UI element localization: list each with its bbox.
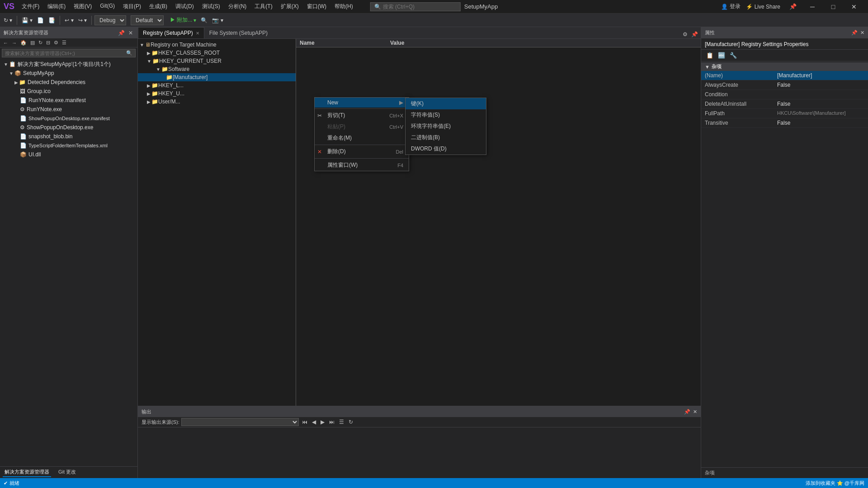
tree-ui-dll[interactable]: 📦 UI.dll	[0, 150, 137, 159]
prop-row-condition[interactable]: Condition	[701, 90, 868, 99]
prop-alphabetical-btn[interactable]: 🔤	[717, 52, 726, 59]
reg-manufacturer[interactable]: 📁 [Manufacturer]	[138, 73, 296, 81]
se-more-icon[interactable]: ☰	[61, 39, 68, 46]
se-back-icon[interactable]: ←	[2, 40, 9, 46]
prop-row-name[interactable]: (Name) [Manufacturer]	[701, 71, 868, 80]
tree-group-ico[interactable]: 🖼 Group.ico	[0, 87, 137, 96]
save-group[interactable]: 💾 ▾	[20, 16, 34, 24]
tree-detected-deps[interactable]: ▶ 📁 Detected Dependencies	[0, 78, 137, 87]
menu-git[interactable]: Git(G)	[96, 2, 118, 11]
menu-file[interactable]: 文件(F)	[18, 2, 43, 11]
output-source-select[interactable]	[181, 418, 299, 426]
tree-typescript[interactable]: 📄 TypeScriptFolderItemTemplates.xml	[0, 141, 137, 150]
tree-project[interactable]: ▼ 📦 SetupMyApp	[0, 69, 137, 78]
tree-showpopup-manifest[interactable]: 📄 ShowPopupOnDesktop.exe.manifest	[0, 114, 137, 123]
se-forward-icon[interactable]: →	[10, 40, 18, 46]
run-dropdown[interactable]: ▾	[193, 17, 196, 23]
tab-git-changes[interactable]: Git 更改	[57, 468, 78, 477]
output-close-icon[interactable]: ✕	[693, 409, 697, 415]
output-btn-4[interactable]: ⏭	[328, 418, 336, 426]
se-search-box[interactable]: 🔍	[2, 49, 136, 57]
menu-test[interactable]: 测试(S)	[198, 2, 224, 11]
submenu-binary[interactable]: 二进制值(B)	[406, 132, 486, 143]
debug-config-dropdown[interactable]: Debug	[94, 15, 126, 25]
output-btn-3[interactable]: ▶	[319, 418, 326, 426]
prop-row-fullpath[interactable]: FullPath HKCU\Software\[Manufacturer]	[701, 109, 868, 118]
reg-software[interactable]: ▼ 📁 Software	[138, 65, 296, 73]
se-home-icon[interactable]: 🏠	[19, 39, 28, 46]
camera-button[interactable]: 📷 ▾	[210, 16, 225, 24]
more-save[interactable]: 📑	[47, 16, 57, 24]
prop-row-delete-at-uninstall[interactable]: DeleteAtUninstall False	[701, 99, 868, 109]
se-filter-icon[interactable]: ▤	[29, 39, 36, 46]
run-button[interactable]: ▶ 附加... ▾	[168, 15, 198, 25]
menu-debug[interactable]: 调试(D)	[172, 2, 198, 11]
reg-user-machine[interactable]: ▶ 📁 User/M...	[138, 98, 296, 106]
menu-extensions[interactable]: 扩展(X)	[277, 2, 302, 11]
se-settings-icon[interactable]: ⚙	[52, 39, 60, 46]
reg-current-user[interactable]: ▼ 📁 HKEY_CURRENT_USER	[138, 57, 296, 65]
tab-solution-explorer[interactable]: 解决方案资源管理器	[3, 468, 51, 477]
menu-tools[interactable]: 工具(T)	[251, 2, 276, 11]
reg-hkey-local[interactable]: ▶ 📁 HKEY_L...	[138, 81, 296, 89]
restore-button[interactable]: □	[823, 0, 844, 14]
menu-edit[interactable]: 编辑(E)	[44, 2, 69, 11]
ctx-new[interactable]: New ▶ 键(K) 字符串值(S) 环境字符串值(E) 二进制值(B) DWO…	[315, 98, 409, 108]
prop-row-transitive[interactable]: Transitive False	[701, 118, 868, 128]
menu-project[interactable]: 项目(P)	[119, 2, 145, 11]
prop-categories-btn[interactable]: 📋	[705, 52, 715, 59]
minimize-button[interactable]: ─	[802, 0, 823, 14]
menu-analyze[interactable]: 分析(N)	[225, 2, 250, 11]
tree-showpopup-exe[interactable]: ⚙ ShowPopupOnDesktop.exe	[0, 123, 137, 132]
menu-help[interactable]: 帮助(H)	[331, 2, 357, 11]
prop-close-icon[interactable]: ✕	[860, 30, 864, 36]
submenu-env-string[interactable]: 环境字符串值(E)	[406, 121, 486, 132]
dropdown-icon[interactable]: ▾	[9, 17, 12, 23]
submenu-string-value[interactable]: 字符串值(S)	[406, 109, 486, 121]
pin-window-icon[interactable]: 📌	[117, 29, 126, 37]
platform-dropdown[interactable]: Default	[131, 15, 164, 25]
prop-section-collapse[interactable]: ▼	[705, 64, 710, 70]
prop-settings-btn[interactable]: 🔧	[728, 52, 738, 59]
tree-runymanifest[interactable]: 📄 RunYNote.exe.manifest	[0, 96, 137, 105]
tree-runyexe[interactable]: ⚙ RunYNote.exe	[0, 105, 137, 114]
registry-tab-close[interactable]: ✕	[196, 31, 199, 36]
output-btn-2[interactable]: ◀	[311, 418, 317, 426]
close-button[interactable]: ✕	[844, 0, 864, 14]
tree-snapshot[interactable]: 📄 snapshot_blob.bin	[0, 132, 137, 141]
menu-build[interactable]: 生成(B)	[146, 2, 171, 11]
ctx-cut[interactable]: ✂ 剪切(T) Ctrl+X	[315, 110, 409, 121]
filesystem-tab[interactable]: File System (SetupAPP)	[204, 27, 273, 38]
se-refresh-icon[interactable]: ↻	[37, 39, 44, 46]
login-button[interactable]: 👤 登录	[721, 3, 741, 10]
refresh-icon[interactable]: ↻	[4, 17, 8, 23]
reg-classes-root[interactable]: ▶ 📁 HKEY_CLASSES_ROOT	[138, 49, 296, 57]
redo-button[interactable]: ↪ ▾	[76, 16, 89, 24]
undo-button[interactable]: ↩ ▾	[63, 16, 75, 24]
file-buttons[interactable]: 📄	[35, 16, 46, 24]
submenu-key[interactable]: 键(K)	[406, 98, 486, 109]
pin-tab-icon[interactable]: 📌	[690, 30, 699, 38]
menu-window[interactable]: 窗口(W)	[303, 2, 330, 11]
submenu-dword[interactable]: DWORD 值(D)	[406, 143, 486, 155]
reg-hkey-users[interactable]: ▶ 📁 HKEY_U...	[138, 89, 296, 98]
registry-tab[interactable]: Registry (SetupAPP) ✕	[138, 27, 204, 38]
se-search-input[interactable]	[5, 51, 126, 56]
menu-view[interactable]: 视图(V)	[70, 2, 95, 11]
output-btn-1[interactable]: ⏮	[301, 418, 309, 426]
ctx-properties[interactable]: 属性窗口(W) F4	[315, 160, 409, 171]
pin-icon[interactable]: 📌	[789, 3, 797, 10]
prop-pin-icon[interactable]: 📌	[851, 30, 858, 36]
search-box[interactable]: 🔍	[370, 2, 461, 11]
output-btn-6[interactable]: ↻	[347, 418, 354, 426]
search-input[interactable]	[383, 4, 455, 10]
reg-root[interactable]: ▼ 🖥 Registry on Target Machine	[138, 41, 296, 49]
settings-tab-icon[interactable]: ⚙	[682, 30, 689, 38]
output-pin-icon[interactable]: 📌	[684, 409, 690, 415]
ctx-delete[interactable]: ✕ 删除(D) Del	[315, 146, 409, 157]
se-collapse-icon[interactable]: ⊟	[45, 39, 52, 46]
live-share-button[interactable]: ⚡ Live Share	[746, 4, 780, 10]
close-se-icon[interactable]: ✕	[127, 29, 134, 37]
tree-solution[interactable]: ▼ 📋 解决方案'SetupMyApp'(1个项目/共1个)	[0, 60, 137, 69]
find-button[interactable]: 🔍	[199, 16, 209, 24]
